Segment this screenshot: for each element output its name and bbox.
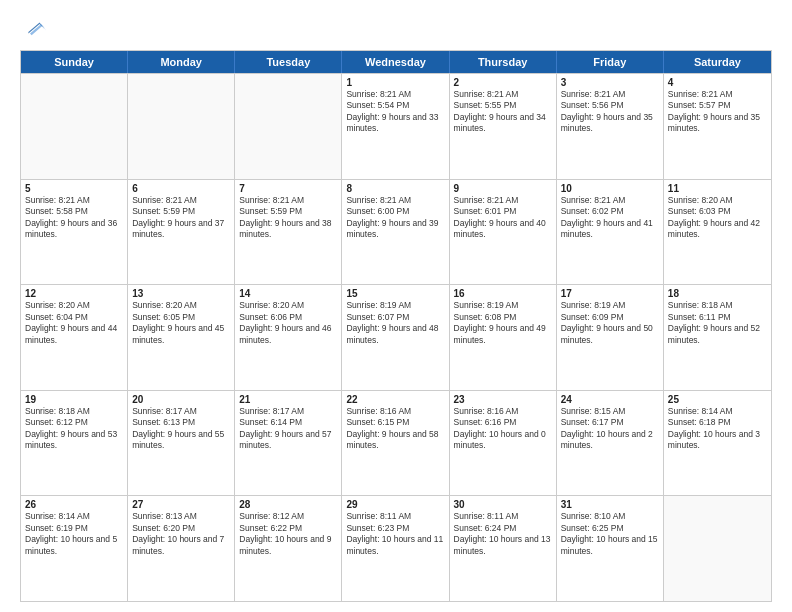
calendar-cell-22: 22Sunrise: 8:16 AM Sunset: 6:15 PM Dayli… xyxy=(342,391,449,496)
calendar-cell-24: 24Sunrise: 8:15 AM Sunset: 6:17 PM Dayli… xyxy=(557,391,664,496)
calendar-row-0: 1Sunrise: 8:21 AM Sunset: 5:54 PM Daylig… xyxy=(21,73,771,179)
calendar-cell-27: 27Sunrise: 8:13 AM Sunset: 6:20 PM Dayli… xyxy=(128,496,235,601)
calendar-cell-empty-0-1 xyxy=(128,74,235,179)
calendar-cell-1: 1Sunrise: 8:21 AM Sunset: 5:54 PM Daylig… xyxy=(342,74,449,179)
day-number: 31 xyxy=(561,499,659,510)
day-number: 6 xyxy=(132,183,230,194)
calendar-header: SundayMondayTuesdayWednesdayThursdayFrid… xyxy=(21,51,771,73)
header-day-sunday: Sunday xyxy=(21,51,128,73)
day-info: Sunrise: 8:21 AM Sunset: 6:00 PM Dayligh… xyxy=(346,195,444,241)
calendar-cell-16: 16Sunrise: 8:19 AM Sunset: 6:08 PM Dayli… xyxy=(450,285,557,390)
calendar-cell-23: 23Sunrise: 8:16 AM Sunset: 6:16 PM Dayli… xyxy=(450,391,557,496)
day-number: 5 xyxy=(25,183,123,194)
day-info: Sunrise: 8:14 AM Sunset: 6:19 PM Dayligh… xyxy=(25,511,123,557)
header-day-monday: Monday xyxy=(128,51,235,73)
day-number: 22 xyxy=(346,394,444,405)
day-number: 3 xyxy=(561,77,659,88)
day-info: Sunrise: 8:21 AM Sunset: 5:55 PM Dayligh… xyxy=(454,89,552,135)
day-info: Sunrise: 8:17 AM Sunset: 6:13 PM Dayligh… xyxy=(132,406,230,452)
calendar-cell-9: 9Sunrise: 8:21 AM Sunset: 6:01 PM Daylig… xyxy=(450,180,557,285)
header-day-friday: Friday xyxy=(557,51,664,73)
day-info: Sunrise: 8:19 AM Sunset: 6:09 PM Dayligh… xyxy=(561,300,659,346)
calendar-cell-21: 21Sunrise: 8:17 AM Sunset: 6:14 PM Dayli… xyxy=(235,391,342,496)
day-info: Sunrise: 8:21 AM Sunset: 5:54 PM Dayligh… xyxy=(346,89,444,135)
calendar-body: 1Sunrise: 8:21 AM Sunset: 5:54 PM Daylig… xyxy=(21,73,771,601)
day-number: 27 xyxy=(132,499,230,510)
header-day-tuesday: Tuesday xyxy=(235,51,342,73)
day-number: 24 xyxy=(561,394,659,405)
header-day-thursday: Thursday xyxy=(450,51,557,73)
calendar-cell-18: 18Sunrise: 8:18 AM Sunset: 6:11 PM Dayli… xyxy=(664,285,771,390)
calendar-cell-26: 26Sunrise: 8:14 AM Sunset: 6:19 PM Dayli… xyxy=(21,496,128,601)
day-info: Sunrise: 8:12 AM Sunset: 6:22 PM Dayligh… xyxy=(239,511,337,557)
day-info: Sunrise: 8:14 AM Sunset: 6:18 PM Dayligh… xyxy=(668,406,767,452)
day-info: Sunrise: 8:11 AM Sunset: 6:23 PM Dayligh… xyxy=(346,511,444,557)
header xyxy=(20,16,772,40)
calendar-cell-8: 8Sunrise: 8:21 AM Sunset: 6:00 PM Daylig… xyxy=(342,180,449,285)
calendar-row-4: 26Sunrise: 8:14 AM Sunset: 6:19 PM Dayli… xyxy=(21,495,771,601)
day-info: Sunrise: 8:13 AM Sunset: 6:20 PM Dayligh… xyxy=(132,511,230,557)
calendar-cell-15: 15Sunrise: 8:19 AM Sunset: 6:07 PM Dayli… xyxy=(342,285,449,390)
day-number: 4 xyxy=(668,77,767,88)
calendar-cell-empty-0-0 xyxy=(21,74,128,179)
day-number: 17 xyxy=(561,288,659,299)
day-number: 19 xyxy=(25,394,123,405)
day-number: 23 xyxy=(454,394,552,405)
day-info: Sunrise: 8:18 AM Sunset: 6:12 PM Dayligh… xyxy=(25,406,123,452)
day-number: 20 xyxy=(132,394,230,405)
day-info: Sunrise: 8:21 AM Sunset: 5:58 PM Dayligh… xyxy=(25,195,123,241)
calendar-row-2: 12Sunrise: 8:20 AM Sunset: 6:04 PM Dayli… xyxy=(21,284,771,390)
calendar-cell-2: 2Sunrise: 8:21 AM Sunset: 5:55 PM Daylig… xyxy=(450,74,557,179)
day-number: 1 xyxy=(346,77,444,88)
day-number: 7 xyxy=(239,183,337,194)
calendar-cell-3: 3Sunrise: 8:21 AM Sunset: 5:56 PM Daylig… xyxy=(557,74,664,179)
header-day-saturday: Saturday xyxy=(664,51,771,73)
calendar-cell-empty-0-2 xyxy=(235,74,342,179)
calendar: SundayMondayTuesdayWednesdayThursdayFrid… xyxy=(20,50,772,602)
day-info: Sunrise: 8:21 AM Sunset: 5:57 PM Dayligh… xyxy=(668,89,767,135)
day-number: 13 xyxy=(132,288,230,299)
day-number: 21 xyxy=(239,394,337,405)
day-info: Sunrise: 8:19 AM Sunset: 6:08 PM Dayligh… xyxy=(454,300,552,346)
day-info: Sunrise: 8:17 AM Sunset: 6:14 PM Dayligh… xyxy=(239,406,337,452)
day-info: Sunrise: 8:20 AM Sunset: 6:05 PM Dayligh… xyxy=(132,300,230,346)
day-number: 9 xyxy=(454,183,552,194)
logo-icon xyxy=(22,16,46,40)
calendar-cell-20: 20Sunrise: 8:17 AM Sunset: 6:13 PM Dayli… xyxy=(128,391,235,496)
calendar-cell-7: 7Sunrise: 8:21 AM Sunset: 5:59 PM Daylig… xyxy=(235,180,342,285)
day-number: 8 xyxy=(346,183,444,194)
calendar-row-1: 5Sunrise: 8:21 AM Sunset: 5:58 PM Daylig… xyxy=(21,179,771,285)
day-number: 11 xyxy=(668,183,767,194)
calendar-cell-28: 28Sunrise: 8:12 AM Sunset: 6:22 PM Dayli… xyxy=(235,496,342,601)
day-number: 12 xyxy=(25,288,123,299)
day-number: 2 xyxy=(454,77,552,88)
day-info: Sunrise: 8:20 AM Sunset: 6:03 PM Dayligh… xyxy=(668,195,767,241)
day-info: Sunrise: 8:21 AM Sunset: 6:01 PM Dayligh… xyxy=(454,195,552,241)
day-number: 10 xyxy=(561,183,659,194)
calendar-cell-17: 17Sunrise: 8:19 AM Sunset: 6:09 PM Dayli… xyxy=(557,285,664,390)
day-info: Sunrise: 8:11 AM Sunset: 6:24 PM Dayligh… xyxy=(454,511,552,557)
day-info: Sunrise: 8:21 AM Sunset: 5:59 PM Dayligh… xyxy=(132,195,230,241)
day-info: Sunrise: 8:16 AM Sunset: 6:15 PM Dayligh… xyxy=(346,406,444,452)
day-info: Sunrise: 8:10 AM Sunset: 6:25 PM Dayligh… xyxy=(561,511,659,557)
calendar-cell-5: 5Sunrise: 8:21 AM Sunset: 5:58 PM Daylig… xyxy=(21,180,128,285)
day-number: 29 xyxy=(346,499,444,510)
day-number: 18 xyxy=(668,288,767,299)
calendar-cell-25: 25Sunrise: 8:14 AM Sunset: 6:18 PM Dayli… xyxy=(664,391,771,496)
calendar-cell-19: 19Sunrise: 8:18 AM Sunset: 6:12 PM Dayli… xyxy=(21,391,128,496)
calendar-cell-11: 11Sunrise: 8:20 AM Sunset: 6:03 PM Dayli… xyxy=(664,180,771,285)
day-number: 14 xyxy=(239,288,337,299)
day-info: Sunrise: 8:21 AM Sunset: 6:02 PM Dayligh… xyxy=(561,195,659,241)
day-info: Sunrise: 8:18 AM Sunset: 6:11 PM Dayligh… xyxy=(668,300,767,346)
day-number: 15 xyxy=(346,288,444,299)
svg-marker-0 xyxy=(28,22,44,33)
day-info: Sunrise: 8:20 AM Sunset: 6:04 PM Dayligh… xyxy=(25,300,123,346)
day-info: Sunrise: 8:15 AM Sunset: 6:17 PM Dayligh… xyxy=(561,406,659,452)
header-day-wednesday: Wednesday xyxy=(342,51,449,73)
day-info: Sunrise: 8:20 AM Sunset: 6:06 PM Dayligh… xyxy=(239,300,337,346)
calendar-cell-10: 10Sunrise: 8:21 AM Sunset: 6:02 PM Dayli… xyxy=(557,180,664,285)
calendar-cell-4: 4Sunrise: 8:21 AM Sunset: 5:57 PM Daylig… xyxy=(664,74,771,179)
day-number: 28 xyxy=(239,499,337,510)
calendar-cell-30: 30Sunrise: 8:11 AM Sunset: 6:24 PM Dayli… xyxy=(450,496,557,601)
day-info: Sunrise: 8:21 AM Sunset: 5:59 PM Dayligh… xyxy=(239,195,337,241)
